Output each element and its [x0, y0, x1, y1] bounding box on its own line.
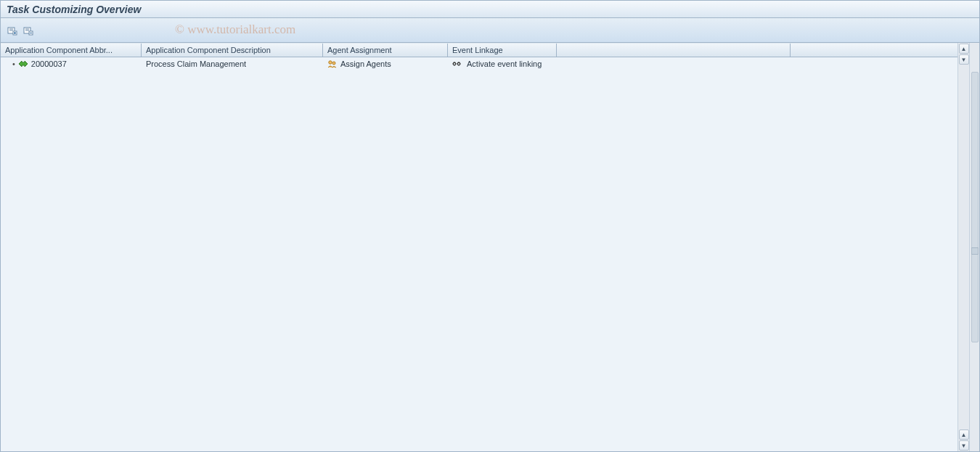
scrollbar-track[interactable]	[971, 72, 979, 342]
table-row[interactable]: • 20000037 Process Claim Management	[1, 57, 957, 70]
watermark-text: © www.tutorialkart.com	[175, 22, 295, 37]
scrollbar-thumb[interactable]	[971, 247, 979, 255]
tree-leaf-bullet: •	[12, 59, 15, 68]
title-bar: Task Customizing Overview	[1, 1, 979, 18]
column-header-event[interactable]: Event Linkage	[448, 44, 557, 57]
scroll-down-button[interactable]: ▼	[959, 54, 969, 65]
collapse-all-icon	[23, 25, 33, 36]
event-linking-icon	[452, 60, 464, 67]
column-header-empty	[557, 44, 791, 57]
collapse-all-button[interactable]	[21, 23, 36, 38]
scroll-down-button-bottom[interactable]: ▼	[959, 440, 969, 451]
app-window: Task Customizing Overview © www.tutorial…	[0, 0, 980, 452]
scroll-up-button[interactable]: ▲	[959, 44, 969, 54]
cell-abbr-text: 20000037	[31, 59, 67, 68]
component-hierarchy-icon	[18, 59, 28, 68]
cell-agent-text: Assign Agents	[340, 59, 391, 68]
inner-vertical-scrollbar[interactable]: ▲ ▼ ▲ ▼	[957, 43, 969, 451]
assign-agents-icon	[327, 59, 338, 68]
cell-abbr: • 20000037	[1, 59, 142, 69]
cell-event-text: Activate event linking	[467, 59, 542, 68]
outer-vertical-scrollbar[interactable]	[969, 43, 979, 451]
cell-agent[interactable]: Assign Agents	[323, 59, 448, 69]
cell-desc: Process Claim Management	[142, 59, 323, 69]
column-header-desc[interactable]: Application Component Description	[142, 44, 323, 57]
svg-point-12	[332, 62, 335, 65]
expand-all-icon	[7, 25, 17, 36]
grid-body: • 20000037 Process Claim Management	[1, 57, 957, 451]
table-area: Application Component Abbr... Applicatio…	[1, 43, 957, 451]
svg-point-11	[329, 61, 332, 64]
content-area: Application Component Abbr... Applicatio…	[1, 43, 979, 451]
cell-event[interactable]: Activate event linking	[448, 59, 666, 69]
column-header-agent[interactable]: Agent Assignment	[323, 44, 448, 57]
scroll-up-button-bottom[interactable]: ▲	[959, 430, 969, 440]
grid-header: Application Component Abbr... Applicatio…	[1, 43, 957, 57]
column-header-abbr[interactable]: Application Component Abbr...	[1, 44, 142, 57]
toolbar: © www.tutorialkart.com	[1, 18, 979, 43]
expand-all-button[interactable]	[5, 23, 20, 38]
page-title: Task Customizing Overview	[7, 4, 141, 15]
